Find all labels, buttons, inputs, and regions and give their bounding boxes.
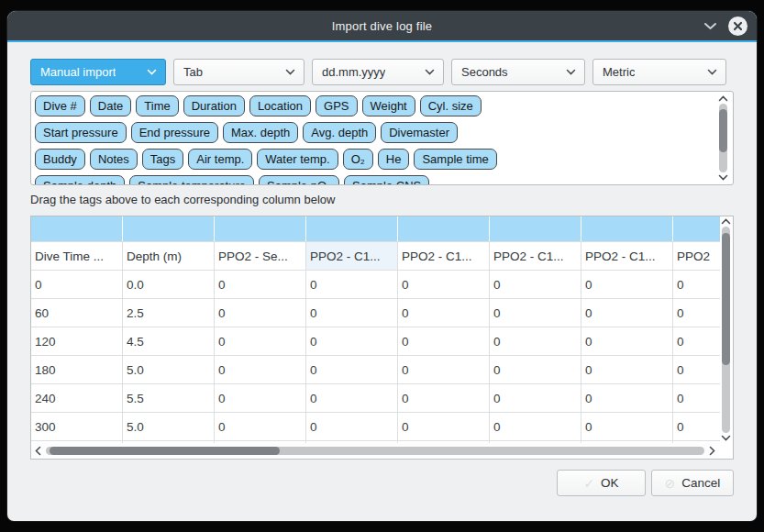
tag-location[interactable]: Location bbox=[249, 95, 311, 116]
tag-end-pressure[interactable]: End pressure bbox=[131, 122, 218, 143]
dropzone-cell[interactable] bbox=[31, 216, 123, 241]
combo-value: Seconds bbox=[461, 65, 508, 79]
table-cell: 0 bbox=[490, 384, 581, 412]
tag-sample-depth[interactable]: Sample depth bbox=[35, 175, 125, 185]
table-cell: 0 bbox=[306, 413, 398, 440]
tag-divemaster[interactable]: Divemaster bbox=[381, 122, 458, 143]
cancel-button[interactable]: ⊘ Cancel bbox=[651, 470, 734, 496]
scroll-down-icon[interactable] bbox=[718, 174, 728, 181]
dropzone-cell[interactable] bbox=[490, 216, 581, 241]
check-icon: ✓ bbox=[583, 476, 594, 491]
table-cell: 0 bbox=[673, 327, 720, 355]
scroll-up-icon[interactable] bbox=[721, 218, 731, 225]
table-cell: 0 bbox=[673, 299, 720, 327]
scroll-left-icon[interactable] bbox=[35, 446, 41, 456]
table-cell: 0 bbox=[490, 327, 581, 355]
units-system-select[interactable]: Metric bbox=[592, 59, 726, 85]
table-cell: 0 bbox=[215, 271, 306, 298]
table-cell: 0 bbox=[215, 327, 306, 355]
tag-time[interactable]: Time bbox=[136, 95, 178, 116]
table-cell: 180 bbox=[31, 356, 123, 383]
table-hscroll-thumb[interactable] bbox=[50, 447, 280, 455]
tags-scroll-track[interactable] bbox=[719, 104, 727, 172]
scroll-down-icon[interactable] bbox=[721, 435, 731, 441]
tag-start-pressure[interactable]: Start pressure bbox=[35, 122, 127, 143]
cancel-button-label: Cancel bbox=[681, 476, 720, 490]
tag-cyl-size[interactable]: Cyl. size bbox=[420, 95, 482, 116]
import-type-select[interactable]: Manual import bbox=[30, 59, 166, 85]
tag-notes[interactable]: Notes bbox=[90, 149, 138, 170]
table-cell: 0 bbox=[215, 356, 306, 383]
close-button[interactable] bbox=[728, 17, 747, 36]
chevron-down-icon bbox=[559, 69, 576, 75]
date-format-select[interactable]: dd.mm.yyyy bbox=[312, 59, 444, 85]
chevron-down-icon bbox=[417, 69, 435, 75]
table-cell: 2.5 bbox=[123, 299, 215, 327]
field-separator-select[interactable]: Tab bbox=[173, 59, 304, 85]
tag-max-depth[interactable]: Max. depth bbox=[223, 122, 298, 143]
table-cell: 300 bbox=[31, 413, 123, 440]
tag-row: Dive #DateTimeDurationLocationGPSWeightC… bbox=[35, 95, 711, 116]
dropzone-cell[interactable] bbox=[123, 216, 215, 241]
table-cell: 0 bbox=[306, 384, 398, 412]
tag-o[interactable]: O₂ bbox=[343, 149, 373, 170]
dropzone-cell[interactable] bbox=[215, 216, 306, 241]
dropzone-cell[interactable] bbox=[673, 216, 720, 241]
table-cell: 0 bbox=[490, 271, 581, 298]
dropzone-cell[interactable] bbox=[581, 216, 673, 241]
tag-avg-depth[interactable]: Avg. depth bbox=[303, 122, 376, 143]
dropzone-cell[interactable] bbox=[398, 216, 490, 241]
import-dialog-window: Import dive log file Manual importTabdd.… bbox=[7, 11, 757, 521]
tag-sample-po[interactable]: Sample pO₂ bbox=[259, 175, 339, 185]
tag-tags[interactable]: Tags bbox=[142, 149, 183, 170]
scroll-right-icon[interactable] bbox=[709, 446, 715, 456]
table-cell: 0 bbox=[215, 413, 306, 440]
dialog-footer: ✓ OK ⊘ Cancel bbox=[30, 470, 734, 496]
import-preview-table: Dive Time ...Depth (m)PPO2 - Se...PPO2 -… bbox=[30, 216, 734, 460]
tag-sample-cns[interactable]: Sample CNS bbox=[344, 175, 429, 185]
table-cell: 0 bbox=[490, 413, 581, 440]
tag-buddy[interactable]: Buddy bbox=[35, 149, 85, 170]
table-cell: 0 bbox=[581, 413, 673, 440]
tag-row: Start pressureEnd pressureMax. depthAvg.… bbox=[35, 122, 711, 143]
table-vscroll-track[interactable] bbox=[722, 227, 730, 433]
column-header[interactable]: PPO2 - C1... bbox=[306, 242, 398, 270]
header-row: Dive Time ...Depth (m)PPO2 - Se...PPO2 -… bbox=[31, 242, 720, 271]
tag-sample-temperature[interactable]: Sample temperature bbox=[129, 175, 254, 185]
tag-water-temp[interactable]: Water temp. bbox=[257, 149, 338, 170]
table-cell: 0 bbox=[673, 271, 720, 298]
table-grid: Dive Time ...Depth (m)PPO2 - Se...PPO2 -… bbox=[31, 216, 720, 443]
combo-value: dd.mm.yyyy bbox=[322, 65, 385, 79]
scroll-up-icon[interactable] bbox=[718, 95, 728, 102]
column-header[interactable]: PPO2 - Se... bbox=[215, 242, 306, 270]
table-row: 602.5000000 bbox=[31, 299, 720, 327]
tag-weight[interactable]: Weight bbox=[362, 95, 415, 116]
tag-he[interactable]: He bbox=[378, 149, 410, 170]
cancel-circle-icon: ⊘ bbox=[665, 476, 676, 491]
table-cell: 0 bbox=[306, 271, 398, 298]
table-cell: 0 bbox=[306, 299, 398, 327]
table-vertical-scrollbar bbox=[720, 218, 732, 441]
dialog-content: Manual importTabdd.mm.yyyySecondsMetric … bbox=[7, 42, 757, 496]
tag-sample-time[interactable]: Sample time bbox=[414, 149, 496, 170]
tag-duration[interactable]: Duration bbox=[183, 95, 245, 116]
table-vscroll-thumb[interactable] bbox=[722, 233, 730, 365]
column-header[interactable]: PPO2 bbox=[673, 242, 720, 270]
column-header[interactable]: PPO2 - C1... bbox=[398, 242, 490, 270]
table-hscroll-track[interactable] bbox=[46, 447, 704, 455]
dropzone-cell[interactable] bbox=[306, 216, 398, 241]
table-cell: 120 bbox=[31, 327, 123, 355]
column-header[interactable]: Dive Time ... bbox=[31, 242, 123, 270]
column-header[interactable]: PPO2 - C1... bbox=[581, 242, 673, 270]
tag-dive[interactable]: Dive # bbox=[35, 95, 85, 116]
time-units-select[interactable]: Seconds bbox=[451, 59, 585, 85]
tag-gps[interactable]: GPS bbox=[316, 95, 357, 116]
column-header[interactable]: Depth (m) bbox=[123, 242, 215, 270]
table-row: 1204.5000000 bbox=[31, 327, 720, 356]
tag-air-temp[interactable]: Air temp. bbox=[188, 149, 252, 170]
chevron-down-icon[interactable] bbox=[703, 18, 717, 33]
tags-scroll-thumb[interactable] bbox=[719, 109, 727, 152]
ok-button[interactable]: ✓ OK bbox=[557, 470, 646, 496]
column-header[interactable]: PPO2 - C1... bbox=[490, 242, 581, 270]
tag-date[interactable]: Date bbox=[90, 95, 131, 116]
